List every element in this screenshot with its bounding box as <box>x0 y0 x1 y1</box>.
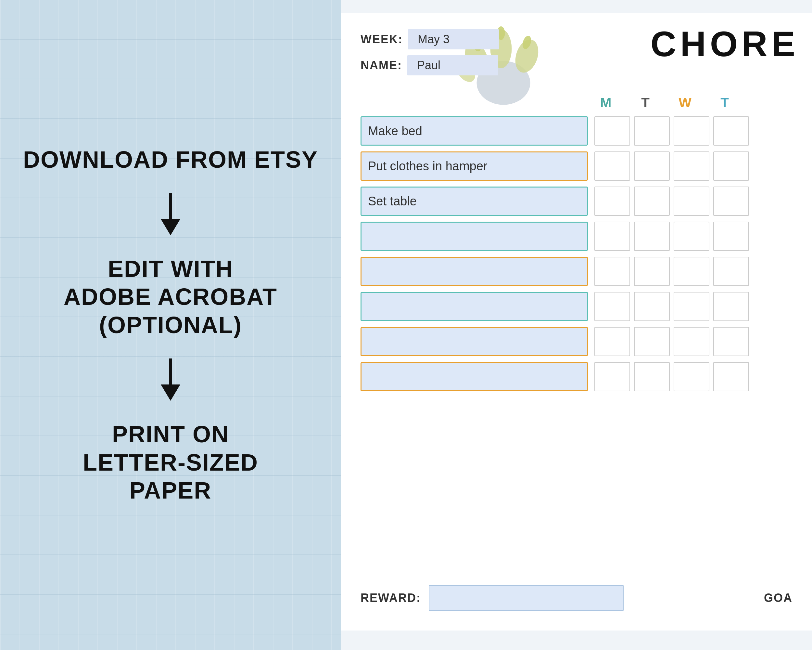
step2-text: EDIT WITHADOBE ACROBAT(optional) <box>64 255 277 339</box>
chore-chart: WEEK: May 3 NAME: Paul <box>341 13 812 630</box>
day-wednesday: W <box>667 95 703 110</box>
goal-label: GOA <box>764 591 792 605</box>
chores-list: Make bed Put clothes in hamper <box>360 116 792 572</box>
check-cell[interactable] <box>713 151 749 181</box>
step3-text: PRINT ONLETTER-SIZEDPAPER <box>83 420 258 505</box>
table-row: Set table <box>360 187 792 216</box>
check-cell[interactable] <box>674 257 709 286</box>
check-cell[interactable] <box>674 151 709 181</box>
table-row <box>360 292 792 321</box>
check-cell[interactable] <box>674 116 709 145</box>
check-cell[interactable] <box>634 292 670 321</box>
days-header: M T W T <box>360 95 792 110</box>
check-cell[interactable] <box>674 362 709 391</box>
step1-text: DOWNLOAD FROM ETSY <box>23 145 318 174</box>
chore-empty-5[interactable] <box>360 362 588 391</box>
arrow-2 <box>161 358 180 401</box>
check-cell[interactable] <box>594 327 630 356</box>
chart-header-left: WEEK: May 3 NAME: Paul <box>360 29 499 75</box>
check-cell[interactable] <box>634 327 670 356</box>
check-cell[interactable] <box>713 362 749 391</box>
check-cells-2 <box>594 151 749 181</box>
chore-empty-3[interactable] <box>360 292 588 321</box>
check-cells-3 <box>594 187 749 216</box>
check-cell[interactable] <box>713 257 749 286</box>
check-cell[interactable] <box>634 116 670 145</box>
check-cells-4 <box>594 222 749 251</box>
left-panel: DOWNLOAD FROM ETSY EDIT WITHADOBE ACROBA… <box>0 0 341 650</box>
check-cell[interactable] <box>594 187 630 216</box>
chore-empty-4[interactable] <box>360 327 588 356</box>
chore-set-table[interactable]: Set table <box>360 187 588 216</box>
check-cell[interactable] <box>713 116 749 145</box>
check-cell[interactable] <box>594 116 630 145</box>
day-tuesday: T <box>627 95 663 110</box>
check-cell[interactable] <box>713 292 749 321</box>
table-row <box>360 222 792 251</box>
check-cells-6 <box>594 292 749 321</box>
name-label: NAME: <box>360 58 402 72</box>
arrow-shaft-2 <box>169 358 172 384</box>
arrow-head-1 <box>161 219 180 235</box>
check-cell[interactable] <box>674 292 709 321</box>
right-panel: WEEK: May 3 NAME: Paul <box>341 0 812 650</box>
check-cell[interactable] <box>713 327 749 356</box>
week-value[interactable]: May 3 <box>408 29 499 49</box>
check-cells-1 <box>594 116 749 145</box>
week-row: WEEK: May 3 <box>360 29 499 49</box>
reward-label: REWARD: <box>360 591 421 605</box>
day-thursday: T <box>707 95 742 110</box>
table-row: Make bed <box>360 116 792 145</box>
check-cells-7 <box>594 327 749 356</box>
reward-input[interactable] <box>429 585 624 611</box>
check-cell[interactable] <box>674 222 709 251</box>
chart-title: CHORE <box>650 26 799 62</box>
chore-empty-2[interactable] <box>360 257 588 286</box>
table-row <box>360 327 792 356</box>
week-label: WEEK: <box>360 32 403 46</box>
chore-empty-1[interactable] <box>360 222 588 251</box>
check-cell[interactable] <box>634 362 670 391</box>
reward-row: REWARD: GOA <box>360 585 792 611</box>
table-row: Put clothes in hamper <box>360 151 792 181</box>
name-value[interactable]: Paul <box>407 55 498 75</box>
table-row <box>360 257 792 286</box>
chart-header: WEEK: May 3 NAME: Paul <box>360 29 792 75</box>
name-row: NAME: Paul <box>360 55 499 75</box>
check-cell[interactable] <box>674 327 709 356</box>
check-cell[interactable] <box>634 257 670 286</box>
check-cell[interactable] <box>594 362 630 391</box>
day-monday: M <box>588 95 624 110</box>
check-cell[interactable] <box>594 222 630 251</box>
check-cell[interactable] <box>634 187 670 216</box>
check-cell[interactable] <box>674 187 709 216</box>
day-columns-header: M T W T <box>588 95 792 110</box>
arrow-shaft-1 <box>169 193 172 219</box>
check-cell[interactable] <box>713 222 749 251</box>
check-cells-8 <box>594 362 749 391</box>
check-cell[interactable] <box>634 151 670 181</box>
check-cell[interactable] <box>594 151 630 181</box>
check-cell[interactable] <box>594 257 630 286</box>
table-row <box>360 362 792 391</box>
arrow-1 <box>161 193 180 235</box>
check-cell[interactable] <box>634 222 670 251</box>
check-cells-5 <box>594 257 749 286</box>
arrow-head-2 <box>161 384 180 401</box>
check-cell[interactable] <box>713 187 749 216</box>
check-cell[interactable] <box>594 292 630 321</box>
chore-clothes-hamper[interactable]: Put clothes in hamper <box>360 151 588 181</box>
